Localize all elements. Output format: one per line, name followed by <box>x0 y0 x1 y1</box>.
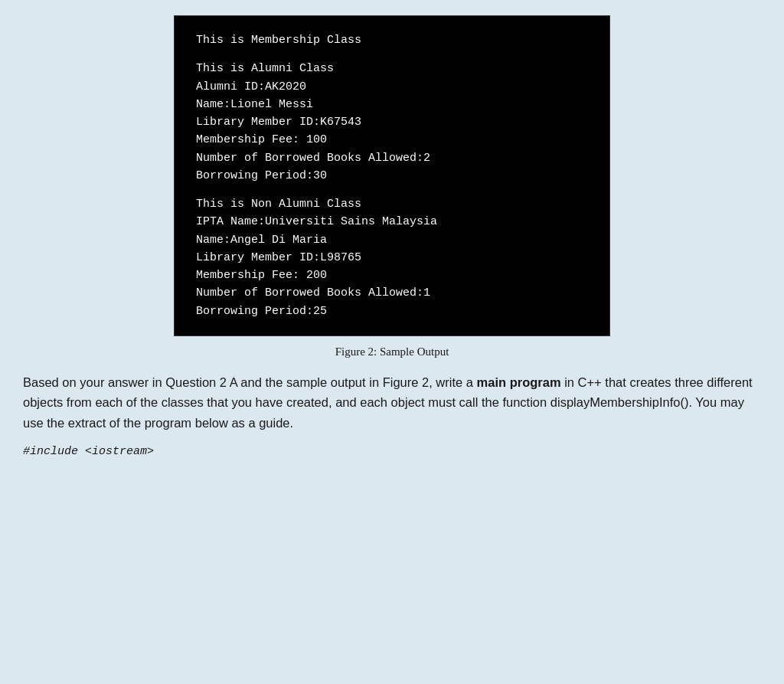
terminal-line-7: Number of Borrowed Books Allowed:2 <box>196 149 588 167</box>
terminal-line-5: Library Member ID:K67543 <box>196 113 588 131</box>
terminal-line-9: This is Non Alumni Class <box>196 195 588 213</box>
terminal-line-8: Borrowing Period:30 <box>196 167 588 185</box>
terminal-line-13: Membership Fee: 200 <box>196 267 588 284</box>
description-paragraph: Based on your answer in Question 2 A and… <box>23 372 761 433</box>
description-bold: main program <box>477 375 561 389</box>
terminal-line-2: This is Alumni Class <box>196 60 588 77</box>
terminal-line-11: Name:Angel Di Maria <box>196 231 588 249</box>
terminal-line-4: Name:Lionel Messi <box>196 96 588 113</box>
terminal-line-3: Alumni ID:AK2020 <box>196 78 588 96</box>
terminal-line-12: Library Member ID:L98765 <box>196 249 588 267</box>
figure-caption: Figure 2: Sample Output <box>23 345 761 358</box>
terminal-line-15: Borrowing Period:25 <box>196 303 588 320</box>
terminal-line-6: Membership Fee: 100 <box>196 131 588 149</box>
description-text-before: Based on your answer in Question 2 A and… <box>23 375 477 389</box>
terminal-line-10: IPTA Name:Universiti Sains Malaysia <box>196 213 588 231</box>
terminal-output: This is Membership Class This is Alumni … <box>174 15 610 336</box>
code-include-line: #include <iostream> <box>23 445 761 458</box>
terminal-line-14: Number of Borrowed Books Allowed:1 <box>196 284 588 302</box>
terminal-container: This is Membership Class This is Alumni … <box>23 15 761 336</box>
terminal-line-1: This is Membership Class <box>196 31 588 49</box>
